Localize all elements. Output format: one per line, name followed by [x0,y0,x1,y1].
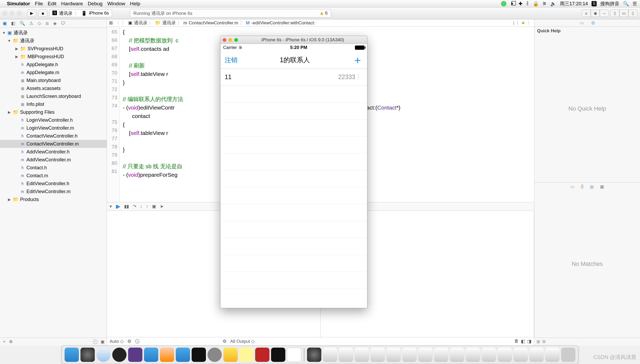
continue-icon[interactable]: ▮▮ [124,204,129,209]
dock-notes-icon[interactable] [239,348,254,362]
menu-edit[interactable]: Edit [48,1,56,7]
dock-finder-icon[interactable] [65,348,79,362]
toggle-inspector-button[interactable]: ▯ [628,10,637,17]
menu-debug[interactable]: Debug [88,1,102,7]
dock-minimized-window[interactable] [402,348,417,362]
editor-assistant-button[interactable]: ◉ [591,10,600,17]
tree-file[interactable]: hEditViewController.h [0,180,107,188]
nav-back-icon[interactable]: 〈 [115,20,119,26]
spotlight-icon[interactable]: 🔍 [623,1,629,7]
tree-group-svhud[interactable]: ▶📁SVProgressHUD [0,45,107,53]
dock-sketch-icon[interactable] [223,348,238,362]
nav-forward-icon[interactable]: 〉 [121,20,126,26]
dock-minimized-window[interactable] [355,348,369,362]
dock-app-icon[interactable] [112,348,127,362]
bluetooth-icon[interactable]: ᛒ [526,1,529,6]
warning-badge[interactable]: ▲ 6 [319,11,327,16]
tree-file-selected[interactable]: mContactViewController.m [0,140,107,148]
scheme-selector[interactable]: 🅰 通讯录 〉 📱 iPhone 6s [49,9,112,17]
tree-group-mbhud[interactable]: ▶📁MBProgressHUD [0,53,107,61]
dock-minimized-window[interactable] [434,348,448,362]
dock-textedit-icon[interactable] [287,348,301,362]
dock-minimized-window[interactable] [513,348,528,362]
dock-minimized-window[interactable] [529,348,544,362]
menu-window[interactable]: Window [107,1,125,7]
tree-file[interactable]: hAppDelegate.h [0,61,107,69]
add-contact-button[interactable]: ＋ [352,53,363,67]
notification-center-icon[interactable]: ☰ [633,1,637,7]
sogou-ime-icon[interactable]: S [592,1,597,6]
tree-file[interactable]: hContactViewController.h [0,132,107,140]
dock-minimized-window[interactable] [323,348,337,362]
run-button[interactable]: ▶ [27,10,36,17]
project-navigator-tab[interactable]: ▣ [3,21,7,26]
menu-hardware[interactable]: Hardware [61,1,83,7]
tree-file[interactable]: ▦LaunchScreen.storyboard [0,92,107,100]
dock-safari-icon[interactable] [96,348,111,362]
find-navigator-tab[interactable]: 🔍 [20,21,25,26]
tree-file[interactable]: hLoginViewController.h [0,116,107,124]
media-library-tab[interactable]: ▦ [600,184,604,189]
dock-minimized-window[interactable] [466,348,480,362]
object-library-tab[interactable]: ◎ [590,184,594,189]
dock-xcode-icon[interactable] [144,348,158,362]
tree-file[interactable]: ▦Assets.xcassets [0,84,107,92]
jump-path[interactable]: ▣通讯录〉 📁通讯录〉 mContactViewController.m〉 M-… [128,20,315,26]
wifi-icon[interactable]: ⚞ [542,1,547,7]
screen-mirror-icon[interactable]: ⏵⃞ [510,1,515,6]
step-over-icon[interactable]: ↷ [133,204,136,209]
status-dot-icon[interactable] [501,1,506,6]
menubar-clock[interactable]: 周三17:20:14 [560,1,588,7]
dock-minimized-window[interactable] [545,348,560,362]
dock-terminal-icon[interactable] [192,348,206,362]
dock-minimized-window[interactable] [482,348,496,362]
lock-icon[interactable]: 🔒 [533,1,539,7]
logout-button[interactable]: 注销 [225,56,237,64]
file-templates-tab[interactable]: ▭ [570,184,574,189]
editor-standard-button[interactable]: ≡ [582,10,591,17]
tree-file[interactable]: mLoginViewController.m [0,124,107,132]
volume-icon[interactable]: 🔈 [550,1,556,7]
view-debug-icon[interactable]: ▣ [152,204,156,209]
dock-minimized-window[interactable] [418,348,432,362]
dock-app-icon[interactable] [160,348,174,362]
step-out-icon[interactable]: ↑ [146,204,148,209]
dock-app-icon[interactable] [176,348,190,362]
tree-group-products[interactable]: ▶📁Products [0,195,107,203]
jumpbar-next-icon[interactable]: 〉 [528,20,532,26]
simulator-window[interactable]: iPhone 6s - iPhone 6s / iOS 9.0 (13A340)… [220,36,367,308]
tree-group-main[interactable]: ▼📁通讯录 [0,37,107,45]
dock-minimized-window[interactable] [386,348,401,362]
dock-imovie-icon[interactable] [128,348,142,362]
tree-file[interactable]: hContact.h [0,164,107,172]
debug-navigator-tab[interactable]: ≣ [45,21,49,26]
tree-file[interactable]: mEditViewController.m [0,188,107,195]
tree-group-supporting[interactable]: ▶📁Supporting Files [0,108,107,116]
dock-minimized-window[interactable] [450,348,464,362]
breakpoint-navigator-tab[interactable]: ◈ [53,21,57,26]
breakpoints-toggle-icon[interactable]: ▮▸ [116,204,120,209]
related-items-icon[interactable]: ⊞ [109,20,113,26]
tree-project[interactable]: ▼▣通讯录 [0,29,107,37]
menubar-app-name[interactable]: Simulator [7,1,30,7]
location-icon[interactable]: ➤ [160,204,164,209]
dock-launchpad-icon[interactable] [80,348,95,362]
menu-help[interactable]: Help [130,1,140,7]
dock-preferences-icon[interactable] [208,348,222,362]
dock-minimized-window[interactable] [371,348,385,362]
hide-debug-icon[interactable]: ▾ [110,204,112,209]
window-minimize-button[interactable] [10,11,14,16]
dock-minimized-window[interactable] [498,348,512,362]
test-navigator-tab[interactable]: ◇ [38,21,41,26]
dock-minimized-window[interactable] [339,348,353,362]
report-navigator-tab[interactable]: 🗩 [61,21,65,26]
dock-app-icon[interactable] [255,348,269,362]
window-zoom-button[interactable] [17,11,21,16]
sim-minimize-button[interactable] [228,38,232,42]
tree-file[interactable]: mContact.m [0,172,107,180]
project-tree[interactable]: ▼▣通讯录 ▼📁通讯录 ▶📁SVProgressHUD ▶📁MBProgress… [0,28,107,338]
quick-help-tab[interactable]: ⊙ [591,20,595,25]
symbol-navigator-tab[interactable]: ◧ [11,21,15,26]
toggle-navigator-button[interactable]: ▯ [610,10,619,17]
tree-file[interactable]: hAddViewController.h [0,148,107,156]
